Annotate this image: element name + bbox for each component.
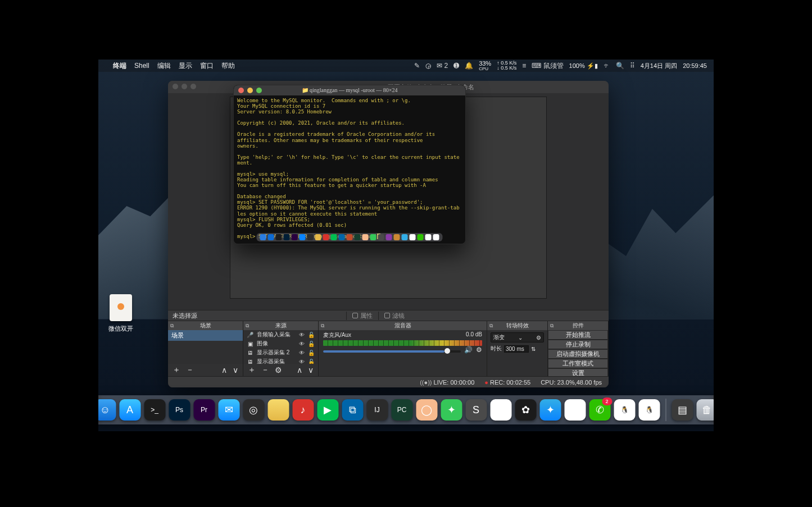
popout-icon[interactable]: ⧉ bbox=[550, 323, 554, 329]
stop-recording-button[interactable]: 停止录制 bbox=[548, 340, 608, 349]
dock-app-pycharm[interactable]: PC bbox=[391, 399, 412, 421]
source-row[interactable]: 🖥显示器采集 2👁🔓 bbox=[243, 348, 318, 357]
macos-dock[interactable]: ☺A>_PsPr✉◎♪▶⧉IJPC◯✦S∞✿✦◎✆🐧🐧▤🗑 bbox=[98, 395, 714, 424]
dock-app-mail[interactable]: ✉ bbox=[218, 399, 239, 421]
macos-desktop: 终端 Shell 编辑 显示 窗口 帮助 ✎ ◶ ✉ 2 ➊ 🔔 33%CPU … bbox=[98, 60, 714, 431]
terminal-traffic-lights[interactable] bbox=[238, 88, 262, 93]
dock-app-finder[interactable]: ☺ bbox=[98, 399, 116, 421]
tray-menu-icon[interactable]: ≡ bbox=[522, 62, 526, 70]
dock-app-flower[interactable]: ✿ bbox=[515, 399, 536, 421]
remove-source-button[interactable]: － bbox=[261, 365, 269, 375]
settings-button[interactable]: 设置 bbox=[548, 368, 608, 376]
menu-app-name[interactable]: 终端 bbox=[113, 61, 126, 71]
source-up-button[interactable]: ∧ bbox=[297, 366, 302, 374]
lock-icon[interactable]: 🔓 bbox=[308, 350, 315, 356]
start-virtual-cam-button[interactable]: 启动虚拟摄像机 bbox=[548, 349, 608, 359]
start-streaming-button[interactable]: 开始推流 bbox=[548, 330, 608, 340]
remove-scene-button[interactable]: － bbox=[186, 365, 194, 375]
scene-item[interactable]: 场景 bbox=[168, 330, 243, 341]
obs-properties-button[interactable]: 属性 bbox=[346, 312, 378, 320]
scene-down-button[interactable]: ∨ bbox=[233, 366, 238, 374]
dock-separator bbox=[665, 399, 666, 421]
tray-wechat-icon[interactable]: ✉ 2 bbox=[437, 62, 448, 70]
tray-battery-pct[interactable]: 33%CPU bbox=[479, 60, 491, 71]
studio-mode-button[interactable]: 工作室模式 bbox=[548, 359, 608, 368]
mixer-settings-icon[interactable]: ⚙ bbox=[476, 346, 482, 354]
obs-no-source-label: 未选择源 bbox=[168, 312, 247, 320]
popout-icon[interactable]: ⧉ bbox=[489, 323, 493, 329]
dock-app-chat[interactable]: ✦ bbox=[441, 399, 462, 421]
dock-app-app-store[interactable]: A bbox=[119, 399, 140, 421]
dock-app-obs[interactable]: ◎ bbox=[243, 399, 264, 421]
tray-control-center-icon[interactable]: ⠿ bbox=[630, 62, 635, 70]
dock-app-qq1[interactable]: 🐧 bbox=[614, 399, 635, 421]
tray-input-method[interactable]: ⌨ 鼠须管 bbox=[532, 61, 563, 71]
dock-app-photoshop[interactable]: Ps bbox=[169, 399, 190, 421]
eye-icon[interactable]: 👁 bbox=[299, 341, 305, 347]
tray-person-icon[interactable]: ➊ bbox=[453, 62, 459, 70]
menu-edit[interactable]: 编辑 bbox=[157, 61, 171, 71]
dock-app-netease-music[interactable]: ♪ bbox=[292, 399, 314, 421]
panel-mixer: ⧉混音器 麦克风/Aux0.0 dB 🔊⚙ bbox=[319, 321, 487, 376]
tray-search-icon[interactable]: 🔍 bbox=[616, 62, 624, 70]
source-settings-button[interactable]: ⚙ bbox=[275, 366, 282, 374]
tray-time[interactable]: 20:59:45 bbox=[683, 62, 707, 69]
gear-icon[interactable]: ⚙ bbox=[536, 335, 541, 341]
tray-date[interactable]: 4月14日 周四 bbox=[641, 62, 677, 70]
dock-app-sublime[interactable]: S bbox=[465, 399, 487, 421]
dock-app-vscode[interactable]: ⧉ bbox=[342, 399, 363, 421]
status-live: LIVE: 00:00:00 bbox=[420, 379, 474, 386]
dock-app-qq2[interactable]: 🐧 bbox=[638, 399, 660, 421]
popout-icon[interactable]: ⧉ bbox=[321, 323, 324, 329]
dock-app-terminal[interactable]: >_ bbox=[144, 399, 165, 421]
desktop-icon-wechat-dual[interactable]: 微信双开 bbox=[103, 294, 139, 333]
dock-app-peach[interactable]: ◯ bbox=[416, 399, 437, 421]
source-row[interactable]: 🖥显示器采集👁🔓 bbox=[243, 357, 318, 364]
dock-app-intellij[interactable]: IJ bbox=[366, 399, 388, 421]
source-row[interactable]: ▣图像👁🔓 bbox=[243, 339, 318, 348]
dock-app-chrome[interactable]: ◎ bbox=[564, 399, 586, 421]
popout-icon[interactable]: ⧉ bbox=[170, 323, 174, 329]
eye-icon[interactable]: 👁 bbox=[299, 350, 305, 356]
mixer-volume-slider[interactable] bbox=[323, 350, 461, 353]
dock-app-iqiyi[interactable]: ▶ bbox=[317, 399, 338, 421]
terminal-titlebar[interactable]: 📁 qinglanggan — mysql -uroot — 80×24 bbox=[234, 85, 465, 95]
tray-charge[interactable]: 100% ⚡▮ bbox=[569, 62, 598, 70]
lock-icon[interactable]: 🔓 bbox=[308, 341, 315, 347]
dock-app-wechat[interactable]: ✆ bbox=[589, 399, 610, 421]
terminal-window[interactable]: 📁 qinglanggan — mysql -uroot — 80×24 Wel… bbox=[233, 85, 466, 244]
dock-trash[interactable]: 🗑 bbox=[696, 399, 714, 421]
source-down-button[interactable]: ∨ bbox=[308, 366, 314, 374]
tray-bell-icon[interactable]: 🔔 bbox=[465, 62, 473, 70]
dock-app-figma[interactable]: ∞ bbox=[490, 399, 511, 421]
source-row[interactable]: 🎤音频输入采集👁🔓 bbox=[243, 330, 318, 339]
dock-app-premiere[interactable]: Pr bbox=[193, 399, 215, 421]
dock-recent[interactable]: ▤ bbox=[672, 399, 693, 421]
popout-icon[interactable]: ⧉ bbox=[246, 323, 249, 329]
stepper-icon[interactable]: ⇅ bbox=[531, 346, 536, 352]
menu-window[interactable]: 窗口 bbox=[200, 61, 214, 71]
add-scene-button[interactable]: ＋ bbox=[173, 365, 180, 375]
lock-icon[interactable]: 🔓 bbox=[308, 359, 315, 364]
scene-up-button[interactable]: ∧ bbox=[221, 366, 227, 374]
lock-icon[interactable]: 🔓 bbox=[308, 332, 315, 338]
obs-traffic-lights[interactable] bbox=[173, 84, 199, 90]
tray-obs-icon[interactable]: ◶ bbox=[425, 62, 431, 70]
tray-network-speed[interactable]: ↑ 0.5 K/s↓ 0.5 K/s bbox=[497, 61, 516, 71]
menu-shell[interactable]: Shell bbox=[134, 62, 149, 70]
transition-select[interactable]: 渐变⌄⚙ bbox=[491, 332, 544, 342]
dock-app-safari[interactable]: ✦ bbox=[539, 399, 561, 421]
speaker-icon[interactable]: 🔊 bbox=[464, 346, 473, 354]
transition-duration-input[interactable] bbox=[504, 345, 529, 353]
terminal-body[interactable]: Welcome to the MySQL monitor. Commands e… bbox=[234, 95, 465, 241]
menu-view[interactable]: 显示 bbox=[179, 61, 192, 71]
eye-icon[interactable]: 👁 bbox=[299, 332, 305, 338]
tray-quill-icon[interactable]: ✎ bbox=[414, 62, 420, 70]
menu-help[interactable]: 帮助 bbox=[221, 61, 235, 71]
add-source-button[interactable]: ＋ bbox=[248, 365, 256, 375]
eye-icon[interactable]: 👁 bbox=[299, 359, 305, 364]
dock-app-folder[interactable] bbox=[267, 399, 289, 421]
chevron-down-icon: ⌄ bbox=[518, 335, 523, 341]
obs-filters-button[interactable]: 滤镜 bbox=[378, 312, 410, 320]
tray-wifi-icon[interactable]: ᯤ bbox=[604, 62, 610, 70]
